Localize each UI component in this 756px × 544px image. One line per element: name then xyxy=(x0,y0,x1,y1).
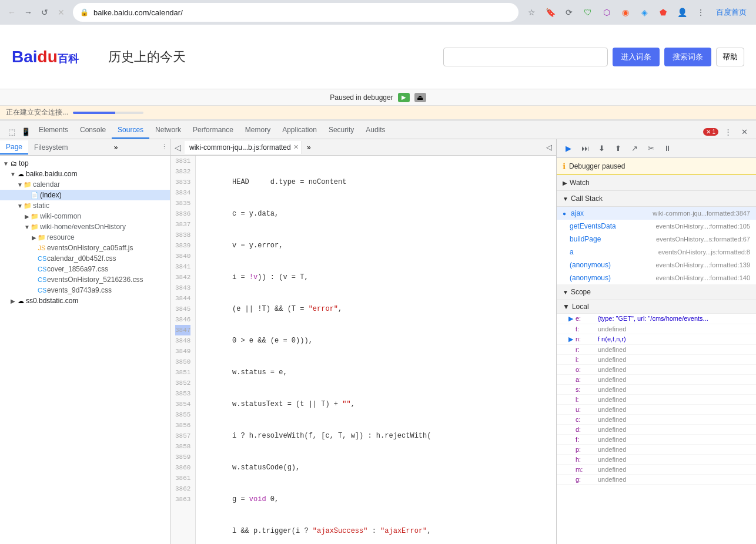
watch-section-header[interactable]: ▶ Watch xyxy=(557,175,756,191)
callstack-item-buildpage[interactable]: buildPage eventsOnHistory...s:formatted:… xyxy=(557,233,756,246)
code-line-3834: i = !v)) : (v = T, xyxy=(198,272,554,283)
user-button[interactable]: 👤 xyxy=(674,4,690,21)
scope-local-header[interactable]: ▼ Local xyxy=(557,300,756,314)
code-tab-close[interactable]: ✕ xyxy=(293,143,299,151)
debugger-play-button[interactable]: ▶ xyxy=(398,93,410,102)
inspect-element-button[interactable]: ⬚ xyxy=(5,125,19,139)
step-into-button[interactable]: ⬇ xyxy=(594,142,608,156)
back-button[interactable]: ← xyxy=(5,5,19,19)
extension-btn-5[interactable]: ⬟ xyxy=(655,4,671,21)
scope-item-g[interactable]: g: undefined xyxy=(557,475,756,485)
tab-memory[interactable]: Memory xyxy=(239,122,276,139)
sources-tab-filesystem[interactable]: Filesystem xyxy=(28,141,73,154)
history-button[interactable]: ⟳ xyxy=(561,4,577,21)
page-search-input[interactable] xyxy=(443,48,608,66)
tree-item-wiki-home[interactable]: ▼ 📁 wiki-home/eventsOnHistory xyxy=(0,221,170,232)
callstack-item-geteventsdata[interactable]: getEventsData eventsOnHistory...:formatt… xyxy=(557,220,756,233)
tree-item-resource[interactable]: ▶ 📁 resource xyxy=(0,232,170,243)
tree-item-ss0bdstatic[interactable]: ▶ ☁ ss0.bdstatic.com xyxy=(0,295,170,306)
extension-btn-4[interactable]: ◈ xyxy=(636,4,653,21)
tree-item-calendar-css[interactable]: CS calendar_d0b452f.css xyxy=(0,253,170,264)
code-line-3833: v = y.error, xyxy=(198,240,554,251)
tree-item-baike[interactable]: ▼ ☁ baike.baidu.com xyxy=(0,169,170,179)
scope-item-l[interactable]: l: undefined xyxy=(557,395,756,405)
device-toolbar-button[interactable]: 📱 xyxy=(19,125,33,139)
scope-section-header[interactable]: ▼ Scope xyxy=(557,284,756,300)
close-button[interactable]: ✕ xyxy=(54,5,68,19)
address-bar[interactable]: 🔒 baike.baidu.com/calendar/ xyxy=(73,3,519,22)
bookmark-button[interactable]: 🔖 xyxy=(542,4,558,21)
debugger-stop-button[interactable]: ⏏ xyxy=(414,93,426,102)
callstack-item-anon2[interactable]: (anonymous) eventsOnHistory...:formatted… xyxy=(557,271,756,284)
extension-btn-2[interactable]: ⬡ xyxy=(598,4,615,21)
scope-val-i: undefined xyxy=(598,356,626,363)
scope-item-o[interactable]: o: undefined xyxy=(557,365,756,375)
sources-tab-more[interactable]: » xyxy=(111,142,122,153)
tree-item-calendar[interactable]: ▼ 📁 calendar xyxy=(0,179,170,190)
step-out-button[interactable]: ⬆ xyxy=(611,142,625,156)
pause-exceptions-button[interactable]: ⏸ xyxy=(660,142,674,156)
tree-item-cover-css[interactable]: CS cover_1856a97.css xyxy=(0,264,170,274)
tab-network[interactable]: Network xyxy=(149,122,187,139)
step-over-button[interactable]: ⏭ xyxy=(578,142,592,156)
scope-item-s[interactable]: s: undefined xyxy=(557,385,756,395)
more-options-button[interactable]: ⋮ xyxy=(721,125,735,139)
tab-application[interactable]: Application xyxy=(276,122,323,139)
tab-audits[interactable]: Audits xyxy=(360,122,391,139)
scope-item-i[interactable]: i: undefined xyxy=(557,355,756,365)
callstack-section-header[interactable]: ▼ Call Stack xyxy=(557,191,756,207)
code-nav-prev[interactable]: ◁ xyxy=(542,140,556,155)
sources-tab-page[interactable]: Page xyxy=(0,140,28,155)
tree-item-wiki-common[interactable]: ▶ 📁 wiki-common xyxy=(0,211,170,221)
callstack-item-anon1[interactable]: (anonymous) eventsOnHistory...:formatted… xyxy=(557,258,756,271)
deactivate-button[interactable]: ✂ xyxy=(644,142,658,156)
extension-btn-1[interactable]: 🛡 xyxy=(580,4,596,21)
tree-item-top[interactable]: ▼ 🗂 top xyxy=(0,158,170,169)
scope-item-d[interactable]: d: undefined xyxy=(557,425,756,435)
code-panel-navigate-back[interactable]: ◁ xyxy=(170,140,185,155)
close-devtools-button[interactable]: ✕ xyxy=(737,125,751,139)
enter-word-button[interactable]: 进入词条 xyxy=(613,48,660,66)
tree-item-index[interactable]: 📄 (index) xyxy=(0,190,170,200)
search-word-button[interactable]: 搜索词条 xyxy=(664,48,711,66)
callstack-item-a[interactable]: a eventsOnHistory...js:formatted:8 xyxy=(557,246,756,258)
scope-item-e[interactable]: ▶ e: {type: "GET", url: "/cms/home/event… xyxy=(557,314,756,324)
tree-item-events-css[interactable]: CS eventsOnHistory_5216236.css xyxy=(0,274,170,285)
cloud-icon: ☁ xyxy=(16,297,25,305)
tab-performance[interactable]: Performance xyxy=(187,122,239,139)
code-tab-more[interactable]: » xyxy=(303,143,315,152)
scope-item-f[interactable]: f: undefined xyxy=(557,435,756,445)
tab-security[interactable]: Security xyxy=(323,122,360,139)
menu-button[interactable]: ⋮ xyxy=(693,4,709,21)
callstack-item-ajax[interactable]: ● ajax wiki-common-jqu...formatted:3847 xyxy=(557,207,756,220)
code-tab-main[interactable]: wiki-common-jqu...b.js:formatted ✕ xyxy=(185,141,302,154)
tree-item-events-js[interactable]: JS eventsOnHistory_ca05aff.js xyxy=(0,243,170,253)
scope-item-h[interactable]: h: undefined xyxy=(557,455,756,465)
scope-item-n[interactable]: ▶ n: f n(e,t,n,r) xyxy=(557,334,756,345)
code-area[interactable]: 38313832383338343835 3836383738383839384… xyxy=(170,156,556,544)
scope-item-u[interactable]: u: undefined xyxy=(557,405,756,415)
callstack-file-geteventsdata: eventsOnHistory...:formatted:105 xyxy=(626,223,750,230)
forward-button[interactable]: → xyxy=(21,5,35,19)
extension-btn-3[interactable]: ◉ xyxy=(617,4,634,21)
scope-item-t[interactable]: t: undefined xyxy=(557,324,756,334)
resume-button[interactable]: ▶ xyxy=(561,142,576,156)
tab-elements[interactable]: Elements xyxy=(33,122,74,139)
scope-item-r[interactable]: r: undefined xyxy=(557,345,756,355)
scope-item-p[interactable]: p: undefined xyxy=(557,445,756,455)
step-button[interactable]: ↗ xyxy=(627,142,641,156)
baidu-home-link[interactable]: 百度首页 xyxy=(711,7,751,18)
tab-console[interactable]: Console xyxy=(74,122,112,139)
reload-button[interactable]: ↺ xyxy=(38,5,52,19)
help-button[interactable]: 帮助 xyxy=(716,48,744,66)
sources-add-button[interactable]: ⋮ xyxy=(158,142,170,153)
tree-item-events2-css[interactable]: CS events_9d743a9.css xyxy=(0,285,170,295)
tab-sources[interactable]: Sources xyxy=(112,122,149,139)
scope-item-c[interactable]: c: undefined xyxy=(557,415,756,425)
star-button[interactable]: ☆ xyxy=(523,4,540,21)
scope-val-o: undefined xyxy=(598,366,626,373)
tree-item-static[interactable]: ▼ 📁 static xyxy=(0,200,170,211)
scope-item-a[interactable]: a: undefined xyxy=(557,375,756,385)
scope-item-m[interactable]: m: undefined xyxy=(557,465,756,475)
cloud-icon: ☁ xyxy=(16,170,25,178)
